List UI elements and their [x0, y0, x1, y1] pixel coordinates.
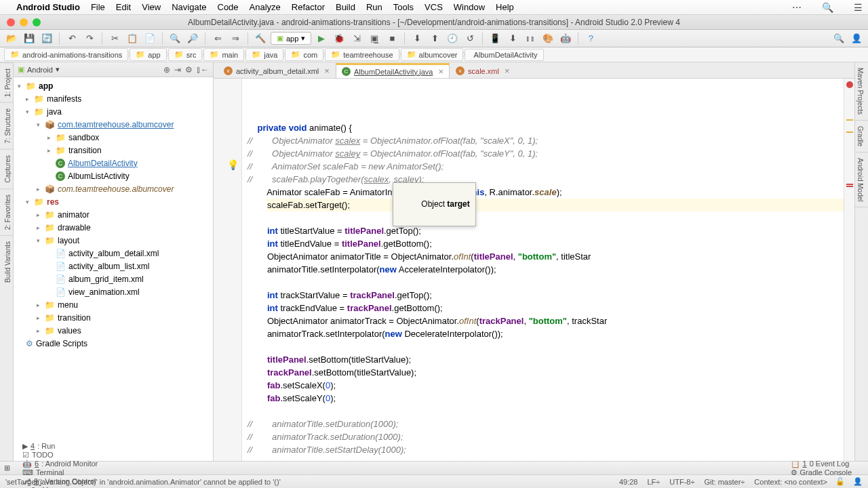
tree-node[interactable]: 📄view_animation.xml: [14, 285, 213, 298]
editor-tab[interactable]: xactivity_album_detail.xml×: [218, 63, 336, 78]
context-menu[interactable]: Context: <no context>: [754, 478, 827, 486]
tree-node[interactable]: ▸📁manifests: [14, 92, 213, 105]
intention-bulb-icon[interactable]: 💡: [227, 159, 239, 171]
breadcrumb-item[interactable]: 📁teamtreehouse: [325, 48, 399, 61]
readonly-lock-icon[interactable]: 🔓: [835, 477, 845, 486]
code-line[interactable]: scaleFab.setTarget();: [248, 199, 844, 211]
breadcrumb-item[interactable]: 📁android-animations-transitions: [4, 48, 128, 61]
tree-node[interactable]: ▾📁app: [14, 79, 213, 92]
code-line[interactable]: // scaleFab.playTogether(scalex, scaley)…: [248, 173, 844, 186]
code-line[interactable]: fab.setScaleY(0);: [248, 392, 844, 405]
sdk-icon[interactable]: ⬇: [505, 32, 520, 45]
close-tab-icon[interactable]: ×: [505, 66, 510, 76]
vcs-commit-icon[interactable]: ⬆: [427, 32, 442, 45]
code-line[interactable]: // animatorTitle.setStartDelay(1000);: [248, 443, 844, 456]
sync-icon[interactable]: 🔄: [39, 32, 54, 45]
code-line[interactable]: private void animate() {: [248, 121, 844, 134]
tree-node[interactable]: ▾📁res: [14, 195, 213, 208]
bottom-tool[interactable]: ✉0: Messages: [22, 486, 98, 489]
code-line[interactable]: int titleStartValue = titlePanel.getTop(…: [248, 224, 844, 237]
rail-gradle[interactable]: Gradle: [855, 121, 868, 152]
code-line[interactable]: int trackStartValue = trackPanel.getTop(…: [248, 289, 844, 302]
caret-position[interactable]: 49:28: [619, 478, 638, 486]
code-line[interactable]: int trackEndValue = trackPanel.getBottom…: [248, 302, 844, 314]
project-view-dropdown[interactable]: ▣ Android ▾: [18, 65, 60, 74]
breadcrumb-item[interactable]: AlbumDetailActivity: [465, 49, 543, 61]
vcs-revert-icon[interactable]: ↺: [462, 32, 477, 45]
menu-view[interactable]: View: [142, 2, 161, 12]
theme-icon[interactable]: 🎨: [540, 32, 555, 45]
bottom-tool[interactable]: ⌨Terminal: [22, 468, 98, 477]
code-line[interactable]: Animator scaleFab = AnimatorInflater.loa…: [248, 186, 844, 199]
tree-node[interactable]: 📄activity_album_detail.xml: [14, 247, 213, 260]
tree-node[interactable]: ▾📦com.teamtreehouse.albumcover: [14, 118, 213, 131]
vcs-update-icon[interactable]: ⬇: [410, 32, 425, 45]
vcs-history-icon[interactable]: 🕘: [445, 32, 460, 45]
tree-node[interactable]: ▸📁animator: [14, 208, 213, 221]
menu-code[interactable]: Code: [218, 2, 239, 12]
breadcrumb-item[interactable]: 📁app: [130, 48, 166, 61]
menu-help[interactable]: Help: [496, 2, 514, 12]
git-branch[interactable]: Git: master÷: [705, 478, 745, 486]
editor-tab[interactable]: xscale.xml×: [450, 63, 515, 78]
tree-node[interactable]: ▾📁layout: [14, 234, 213, 247]
save-icon[interactable]: 💾: [22, 32, 37, 45]
hector-icon[interactable]: 👤: [853, 477, 863, 486]
dots-icon[interactable]: ⋯: [792, 2, 802, 13]
code-line[interactable]: int titleEndValue = titlePanel.getBottom…: [248, 237, 844, 250]
code-line[interactable]: [248, 405, 844, 418]
breadcrumb-item[interactable]: 📁com: [285, 48, 323, 61]
code-line[interactable]: trackPanel.setBottom(titleStartValue);: [248, 366, 844, 379]
collapse-icon[interactable]: ⇥: [174, 65, 181, 75]
scroll-from-source-icon[interactable]: ⊕: [163, 65, 170, 75]
breadcrumb-item[interactable]: 📁java: [245, 48, 283, 61]
code-line[interactable]: // AnimatorSet scaleFab = new AnimatorSe…: [248, 160, 844, 173]
ddms-icon[interactable]: ⫾⫾: [523, 32, 538, 45]
project-tree[interactable]: ▾📁app▸📁manifests▾📁java▾📦com.teamtreehous…: [14, 77, 213, 461]
cut-icon[interactable]: ✂: [107, 32, 122, 45]
tree-node[interactable]: CAlbumListActivity: [14, 169, 213, 182]
code-line[interactable]: animatorTrack.setInterpolator(new Decele…: [248, 327, 844, 340]
build-icon[interactable]: 🔨: [253, 32, 268, 45]
spotlight-icon[interactable]: 🔍: [822, 2, 833, 13]
rail-maven[interactable]: Maven Projects: [855, 62, 868, 121]
code-line[interactable]: [248, 340, 844, 353]
bottom-tool[interactable]: 🤖6: Android Monitor: [22, 460, 98, 468]
stop-icon[interactable]: ■: [384, 32, 399, 45]
run-icon[interactable]: ▶: [314, 32, 329, 45]
forward-icon[interactable]: ⇒: [228, 32, 243, 45]
code-line[interactable]: [248, 456, 844, 461]
code-line[interactable]: fab.setScaleX(0);: [248, 379, 844, 392]
code-line[interactable]: // animatorTitle.setDuration(1000);: [248, 418, 844, 430]
tree-node[interactable]: ▸📁sandbox: [14, 131, 213, 144]
tree-node[interactable]: ⚙Gradle Scripts: [14, 337, 213, 350]
rail-structure[interactable]: 7: Structure: [0, 102, 13, 149]
error-stripe[interactable]: [844, 79, 854, 461]
code-line[interactable]: // animatorTrack.setDuration(1000);: [248, 430, 844, 443]
rail-project[interactable]: 1: Project: [0, 62, 13, 102]
hide-icon[interactable]: ⫿←: [197, 65, 209, 75]
menu-edit[interactable]: Edit: [116, 2, 131, 12]
close-tab-icon[interactable]: ×: [438, 66, 443, 77]
bt-windows-icon[interactable]: ⊞: [4, 464, 10, 472]
tree-node[interactable]: ▸📁transition: [14, 311, 213, 324]
code-line[interactable]: titlePanel.setBottom(titleStartValue);: [248, 353, 844, 366]
attach-icon[interactable]: ⇲: [349, 32, 364, 45]
close-tab-icon[interactable]: ×: [324, 66, 330, 76]
tree-node[interactable]: 📄album_grid_item.xml: [14, 272, 213, 285]
bottom-tool[interactable]: ▶4: Run: [22, 442, 98, 451]
code-line[interactable]: ObjectAnimator animatorTitle = ObjectAni…: [248, 250, 844, 263]
editor-tab[interactable]: CAlbumDetailActivity.java×: [336, 63, 450, 78]
code-line[interactable]: // ObjectAnimator scalex = ObjectAnimato…: [248, 134, 844, 147]
menu-refactor[interactable]: Refactor: [292, 2, 325, 12]
coverage-icon[interactable]: ▣̲: [367, 32, 382, 45]
settings-icon[interactable]: ⚙: [185, 65, 193, 75]
file-encoding[interactable]: UTF-8÷: [669, 478, 694, 486]
undo-icon[interactable]: ↶: [64, 32, 79, 45]
paste-icon[interactable]: 📄: [142, 32, 157, 45]
menu-file[interactable]: File: [91, 2, 105, 12]
breadcrumb-item[interactable]: 📁src: [168, 48, 203, 61]
bottom-tool[interactable]: ⚙Gradle Console: [791, 468, 852, 477]
code-line[interactable]: [248, 211, 844, 224]
rail-android-model[interactable]: Android Model: [855, 152, 868, 207]
